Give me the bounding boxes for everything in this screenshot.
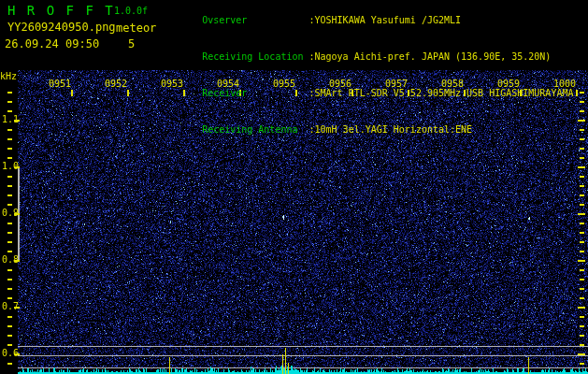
hrofft-screen: H R O F F T 1.0.0f YY2609240950.png mete… [0,0,588,374]
time-tick-label: 0952 [105,79,127,89]
freq-tick-label: 0.9 [2,208,19,218]
observation-datetime: 26.09.24 09:50 [5,37,99,50]
time-tick-label: 0953 [161,79,183,89]
freq-tick-label: 1.0 [2,161,19,171]
station-info: Ovserver:YOSHIKAWA Yasufumi /JG2MLI Rece… [168,2,573,148]
time-tick-label: 0954 [217,79,239,89]
mode-label: meteor [116,22,156,35]
info-row-antenna: Receiving Antenna:10mH 3el.YAGI Horizont… [168,111,573,148]
freq-tick-label: 0.6 [2,348,19,358]
time-tick-label: 0955 [273,79,295,89]
info-label: Receiving Location [202,50,308,63]
info-row-observer: Ovserver:YOSHIKAWA Yasufumi /JG2MLI [168,2,573,38]
app-title: H R O F F T [7,3,115,18]
meteor-count: 5 [128,37,135,50]
freq-tick-label: 1.1 [2,114,19,124]
y-axis-unit-label: kHz [0,71,17,81]
time-tick-label: 0951 [49,79,71,89]
output-filename: YY2609240950.png [7,21,116,34]
time-tick-label: 0958 [441,79,464,89]
info-value: :SMArt RTL-SDR V5 52.905MHz USB HIGASHIM… [309,88,574,98]
info-value: :YOSHIKAWA Yasufumi /JG2MLI [309,15,462,25]
info-value: :Nagoya Aichi-pref. JAPAN (136.90E, 35.2… [309,51,552,62]
info-label: Ovserver [202,14,308,26]
time-tick-label: 0959 [497,79,520,89]
time-tick-label: 0957 [385,79,408,89]
info-row-location: Receiving Location:Nagoya Aichi-pref. JA… [168,38,573,75]
time-tick-label: 0956 [329,79,351,89]
time-tick-label: 1000 [553,79,576,89]
app-version: 1.0.0f [114,6,148,16]
freq-tick-label: 0.8 [2,254,19,265]
info-value: :10mH 3el.YAGI Horizontal:ENE [309,124,473,135]
freq-tick-label: 0.7 [2,301,19,311]
info-label: Receiving Antenna [202,123,308,136]
